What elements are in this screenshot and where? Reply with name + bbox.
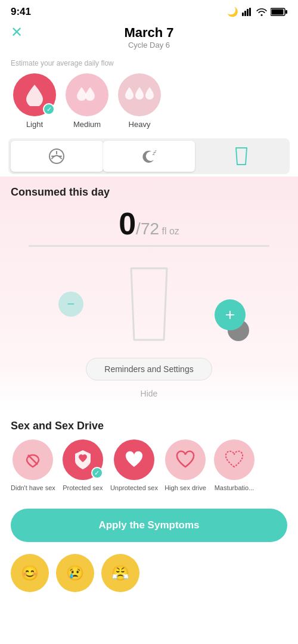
water-cup-container: − + [11,256,287,352]
sex-option-high-drive[interactable]: High sex drive [164,439,207,492]
sex-circle-protected: ✓ [63,439,103,480]
heart-dotted-icon [224,450,244,469]
flow-circle-light: ✓ [13,73,56,116]
tab-water[interactable] [195,141,287,172]
sex-circle-masturbation [214,439,254,480]
sex-circle-no-sex [13,439,53,480]
water-cup [122,265,176,343]
flow-circle-heavy [118,73,161,116]
water-total: 72 [141,219,159,238]
svg-rect-3 [249,8,251,16]
svg-rect-0 [242,13,244,16]
sex-option-masturbation[interactable]: Masturbatio... [213,439,256,492]
water-progress-bar [29,245,269,247]
sex-check-protected: ✓ [91,467,103,479]
header: ✕ March 7 Cycle Day 6 [0,21,298,55]
moon-icon: 🌙 [227,7,238,17]
sex-section-title: Sex and Sex Drive [11,420,287,432]
water-glass-icon [234,147,249,166]
reminders-settings-button[interactable]: Reminders and Settings [86,358,212,380]
droplet-icon-light [25,83,44,106]
mood-circle-1[interactable]: 😢 [56,554,94,592]
apply-symptoms-button[interactable]: Apply the Symptoms [11,509,287,542]
flow-option-light[interactable]: ✓ Light [13,73,56,129]
sex-option-no-sex[interactable]: Didn't have sex [11,439,55,492]
water-current: 0 [119,206,136,241]
tab-bar: z z [8,138,290,174]
flow-section: Estimate your average daily flow ✓ Light… [0,55,298,136]
flow-label-medium: Medium [73,120,101,129]
svg-rect-5 [272,10,284,15]
flow-circle-medium [66,73,108,116]
svg-rect-1 [244,11,246,16]
mood-circle-2[interactable]: 😤 [101,554,139,592]
sex-section: Sex and Sex Drive Didn't have sex ✓ Prot… [0,411,298,501]
flow-option-medium[interactable]: Medium [66,73,108,129]
flow-option-heavy[interactable]: Heavy [118,73,161,129]
header-date: March 7 [12,25,286,41]
heart-filled-icon [124,450,144,469]
tab-sleep[interactable]: z z [103,141,195,172]
flow-label-heavy: Heavy [129,120,151,129]
heart-outline-icon [175,450,195,469]
sex-options: Didn't have sex ✓ Protected sex Unprotec… [11,439,287,496]
water-section-title: Consumed this day [11,186,287,199]
sex-circle-unprotected [114,439,154,480]
flow-check-light: ✓ [43,103,55,115]
sex-label-protected: Protected sex [63,484,103,492]
status-bar: 9:41 🌙 [0,0,298,21]
sex-option-unprotected[interactable]: Unprotected sex [110,439,158,492]
header-cycle: Cycle Day 6 [12,41,286,49]
battery-icon [271,8,287,16]
shield-heart-icon [73,449,93,470]
sex-label-unprotected: Unprotected sex [110,484,158,492]
sex-label-masturbation: Masturbatio... [215,484,254,492]
sex-option-protected[interactable]: ✓ Protected sex [61,439,104,492]
tab-scale[interactable] [11,141,103,172]
svg-rect-6 [285,10,287,14]
increase-water-group: + [215,299,246,330]
water-slash: / [136,219,141,238]
wifi-icon [256,8,267,16]
svg-rect-2 [247,9,249,16]
svg-text:z: z [154,149,157,153]
signal-icon [242,8,253,16]
hide-water-button[interactable]: Hide [136,384,163,403]
droplets-icon-medium [74,86,100,104]
scale-icon [48,148,65,165]
close-button[interactable]: ✕ [11,24,23,41]
sex-circle-high-drive [165,439,206,480]
sex-label-high-drive: High sex drive [164,484,206,492]
bottom-mood-circles: 😊 😢 😤 [0,549,298,597]
flow-hint: Estimate your average daily flow [11,59,287,67]
increase-water-button[interactable]: + [215,299,246,330]
no-sex-icon [23,450,42,469]
flow-options: ✓ Light Medium Heavy [11,73,287,129]
sleep-icon: z z [141,148,157,165]
sex-label-no-sex: Didn't have sex [11,484,55,492]
water-amount-display: 0/72 fl oz [11,206,287,242]
flow-label-light: Light [26,120,43,129]
status-icons: 🌙 [227,7,287,17]
mood-circle-0[interactable]: 😊 [11,554,49,592]
water-unit: fl oz [159,226,179,236]
water-section: Consumed this day 0/72 fl oz − + Reminde… [0,177,298,411]
status-time: 9:41 [11,6,31,18]
droplets-icon-heavy [123,86,156,104]
decrease-water-button[interactable]: − [58,292,83,317]
cup-svg [122,265,176,343]
